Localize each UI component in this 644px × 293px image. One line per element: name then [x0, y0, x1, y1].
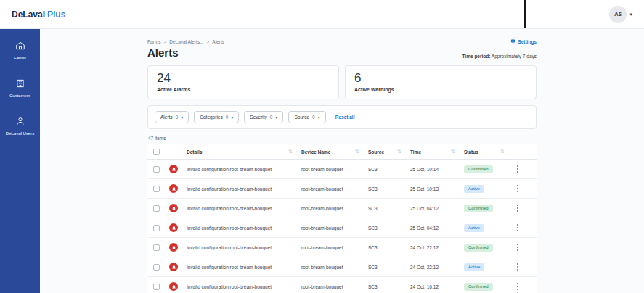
dropdown-count: 0	[270, 115, 273, 120]
dropdown-count: 0	[176, 115, 179, 120]
active-warnings-value: 6	[354, 71, 527, 86]
sidebar-item-label: DeLaval Users	[6, 131, 34, 136]
breadcrumb-current: Alerts	[212, 39, 224, 44]
row-checkbox[interactable]	[153, 225, 160, 231]
sidebar-item-customers[interactable]: Customers	[0, 75, 40, 102]
sort-details-icon[interactable]: ⇅	[288, 149, 293, 154]
column-header-device-name: Device Name ⇅	[301, 149, 368, 154]
row-checkbox[interactable]	[153, 166, 160, 173]
select-all-checkbox[interactable]	[153, 149, 160, 155]
alerts-filter-dropdown[interactable]: Alerts 0 ▾	[155, 111, 189, 123]
chevron-down-icon: ▾	[231, 115, 233, 120]
row-checkbox[interactable]	[153, 205, 160, 212]
dropdown-count: 0	[312, 115, 315, 120]
alerts-table-body: Invalid configuration root-bream-bouquet…	[147, 160, 537, 293]
alarm-bell-icon	[169, 165, 178, 173]
alert-device-name: root-bream-bouquet	[301, 167, 368, 172]
table-row: Invalid configuration root-bream-bouquet…	[147, 160, 537, 179]
top-bar: DeLaval Plus AS ▾	[0, 0, 644, 29]
table-row: Invalid configuration root-bream-bouquet…	[147, 238, 537, 257]
avatar[interactable]: AS	[609, 6, 627, 23]
table-row: Invalid configuration root-bream-bouquet…	[147, 199, 537, 218]
alert-source: SC3	[368, 265, 410, 270]
sort-device-name-icon[interactable]: ⇅	[355, 149, 359, 154]
sidebar-item-delaval-users[interactable]: DeLaval Users	[0, 113, 40, 139]
row-checkbox[interactable]	[153, 284, 160, 290]
time-period: Time period: Approximately 7 days	[462, 54, 537, 59]
active-alarms-card: 24 Active Alarms	[147, 65, 339, 99]
status-badge: Confirmed	[464, 205, 493, 212]
alert-details: Invalid configuration root-bream-bouquet	[187, 167, 301, 172]
time-period-label: Time period:	[462, 54, 491, 59]
user-menu[interactable]: AS ▾	[609, 6, 632, 23]
table-row: Invalid configuration root-bream-bouquet…	[147, 218, 537, 238]
column-header-details: Details ⇅	[187, 149, 301, 154]
alert-time: 24 Oct, 22:12	[410, 265, 464, 270]
column-label: Status	[464, 149, 478, 154]
kebab-menu-button[interactable]	[513, 242, 522, 253]
kebab-menu-button[interactable]	[513, 164, 522, 175]
kebab-menu-button[interactable]	[513, 223, 522, 234]
breadcrumb: Farms > DeLaval Alerts... > Alerts	[147, 39, 224, 44]
row-checkbox[interactable]	[153, 244, 160, 251]
alarm-bell-icon	[169, 204, 178, 212]
chevron-down-icon: ▾	[275, 115, 277, 120]
source-filter-dropdown[interactable]: Source 0 ▾	[288, 111, 325, 123]
alert-device-name: root-bream-bouquet	[301, 284, 368, 289]
alarm-bell-icon	[169, 282, 178, 291]
kebab-menu-button[interactable]	[513, 203, 522, 214]
severity-filter-dropdown[interactable]: Severity 0 ▾	[244, 111, 283, 123]
alerts-table: Details ⇅ Device Name ⇅ Source ⇅ Time ⇅ …	[147, 144, 537, 293]
page-title: Alerts	[147, 46, 179, 59]
kebab-menu-button[interactable]	[513, 183, 522, 194]
breadcrumb-delaval-alerts[interactable]: DeLaval Alerts...	[169, 39, 203, 44]
sort-status-icon[interactable]: ⇅	[500, 149, 505, 154]
logo[interactable]: DeLaval Plus	[12, 9, 65, 20]
column-label: Source	[368, 149, 384, 154]
table-row: Invalid configuration root-bream-bouquet…	[147, 179, 537, 199]
kebab-menu-button[interactable]	[513, 262, 522, 273]
status-badge: Confirmed	[464, 165, 493, 173]
settings-link[interactable]: Settings	[510, 38, 537, 44]
alarm-bell-icon	[169, 184, 178, 193]
alert-details: Invalid configuration root-bream-bouquet	[187, 206, 301, 211]
breadcrumb-farms[interactable]: Farms	[147, 39, 160, 44]
kebab-menu-button[interactable]	[513, 281, 522, 292]
time-period-value: Approximately 7 days	[492, 54, 537, 59]
alarm-bell-icon	[169, 263, 178, 271]
dropdown-label: Severity	[250, 115, 266, 120]
alert-details: Invalid configuration root-bream-bouquet	[187, 284, 301, 289]
logo-plus: Plus	[47, 9, 65, 20]
alarm-bell-icon	[169, 223, 178, 232]
settings-label: Settings	[518, 39, 537, 44]
users-icon	[15, 116, 25, 129]
table-header: Details ⇅ Device Name ⇅ Source ⇅ Time ⇅ …	[147, 144, 537, 160]
categories-filter-dropdown[interactable]: Categories 0 ▾	[194, 111, 239, 123]
farms-icon	[15, 41, 25, 54]
active-alarms-value: 24	[157, 71, 330, 86]
main-area: Farms > DeLaval Alerts... > Alerts Setti…	[40, 29, 644, 293]
sidebar-item-label: Customers	[9, 94, 30, 99]
status-badge: Active	[464, 224, 484, 232]
column-label: Device Name	[301, 149, 330, 154]
alert-time: 25 Oct, 04:12	[410, 226, 464, 231]
row-checkbox[interactable]	[153, 264, 160, 271]
alert-device-name: root-bream-bouquet	[301, 245, 368, 250]
reset-all-button[interactable]: Reset all	[335, 115, 355, 120]
alert-details: Invalid configuration root-bream-bouquet	[187, 186, 301, 191]
breadcrumb-separator: >	[163, 39, 166, 44]
row-checkbox[interactable]	[153, 186, 160, 192]
column-header-time: Time ⇅	[410, 149, 464, 154]
sidebar-item-farms[interactable]: Farms	[0, 38, 40, 64]
chevron-down-icon: ▾	[181, 115, 183, 120]
sort-source-icon[interactable]: ⇅	[397, 149, 402, 154]
column-label: Details	[187, 149, 202, 154]
dropdown-label: Source	[294, 115, 309, 120]
alert-device-name: root-bream-bouquet	[301, 186, 368, 191]
breadcrumb-separator: >	[207, 39, 210, 44]
alert-source: SC3	[368, 245, 410, 250]
items-count: 47 items	[148, 136, 537, 141]
sort-time-icon[interactable]: ⇅	[451, 149, 455, 154]
alert-time: 25 Oct, 10:14	[410, 167, 464, 172]
chevron-down-icon: ▾	[318, 115, 320, 120]
